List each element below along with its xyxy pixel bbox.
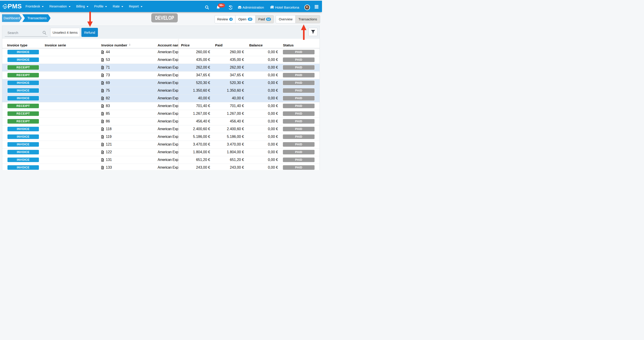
svg-text:u: u xyxy=(4,5,6,8)
